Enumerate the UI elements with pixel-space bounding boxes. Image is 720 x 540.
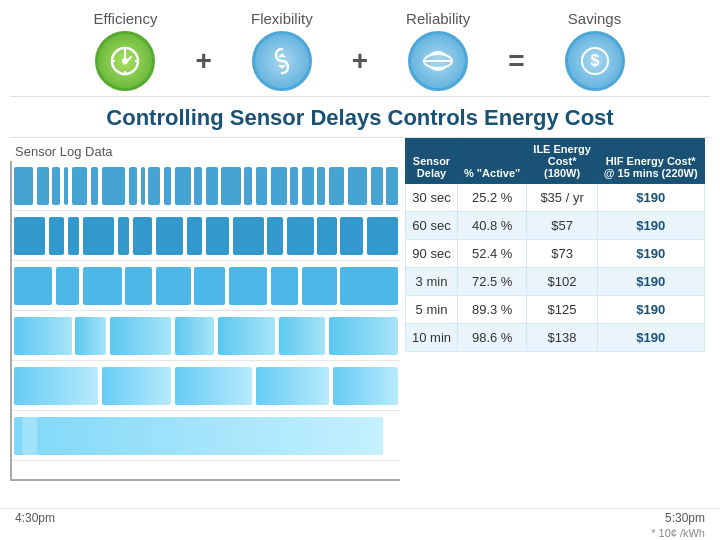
table-wrapper: SensorDelay % "Active" ILE EnergyCost*(1… xyxy=(400,138,710,508)
cell-2-1: 52.4 % xyxy=(458,240,527,268)
table-row: 30 sec25.2 %$35 / yr$190 xyxy=(406,184,705,212)
savings-icon: $ xyxy=(565,31,625,91)
svg-marker-6 xyxy=(278,65,286,69)
cell-4-2: $125 xyxy=(527,296,597,324)
time-end: 5:30pm xyxy=(665,511,705,525)
cell-5-1: 98.6 % xyxy=(458,324,527,352)
savings-label: Savings xyxy=(568,10,621,27)
savings-item: Savings $ xyxy=(535,10,655,91)
flexibility-item: Flexibility xyxy=(222,10,342,91)
cell-0-0: 30 sec xyxy=(406,184,458,212)
efficiency-svg xyxy=(107,43,143,79)
time-start: 4:30pm xyxy=(15,511,55,525)
col-header-delay: SensorDelay xyxy=(406,139,458,184)
sensor-log-title: Sensor Log Data xyxy=(10,138,400,161)
flexibility-svg xyxy=(264,43,300,79)
operator-3: = xyxy=(508,45,524,77)
bar-container-2 xyxy=(14,217,398,255)
table-row: 5 min89.3 %$125$190 xyxy=(406,296,705,324)
col-header-ile: ILE EnergyCost*(180W) xyxy=(527,139,597,184)
flexibility-icon xyxy=(252,31,312,91)
chart-row-2 xyxy=(12,211,400,261)
cell-1-0: 60 sec xyxy=(406,212,458,240)
footnote: * 10¢ /kWh xyxy=(0,527,720,539)
chart-row-1 xyxy=(12,161,400,211)
cell-3-2: $102 xyxy=(527,268,597,296)
cell-3-3: $190 xyxy=(597,268,704,296)
sensor-log-panel: Sensor Log Data xyxy=(10,138,400,508)
cell-4-3: $190 xyxy=(597,296,704,324)
chart-row-5 xyxy=(12,361,400,411)
cell-0-1: 25.2 % xyxy=(458,184,527,212)
chart-row-6 xyxy=(12,411,400,461)
cell-3-0: 3 min xyxy=(406,268,458,296)
bar-container-5 xyxy=(14,367,398,405)
reliability-svg xyxy=(420,43,456,79)
cell-4-0: 5 min xyxy=(406,296,458,324)
content-area: Sensor Log Data xyxy=(0,138,720,508)
efficiency-icon xyxy=(95,31,155,91)
operator-2: + xyxy=(352,45,368,77)
main-title: Controlling Sensor Delays Controls Energ… xyxy=(10,96,710,138)
cell-5-2: $138 xyxy=(527,324,597,352)
col-header-active: % "Active" xyxy=(458,139,527,184)
data-table: SensorDelay % "Active" ILE EnergyCost*(1… xyxy=(405,138,705,352)
sensor-log-chart xyxy=(10,161,400,481)
efficiency-label: Efficiency xyxy=(93,10,157,27)
cell-5-3: $190 xyxy=(597,324,704,352)
reliability-item: Reliability xyxy=(378,10,498,91)
svg-marker-7 xyxy=(278,53,286,57)
flexibility-label: Flexibility xyxy=(251,10,313,27)
cell-2-3: $190 xyxy=(597,240,704,268)
cell-5-0: 10 min xyxy=(406,324,458,352)
svg-text:$: $ xyxy=(590,52,599,69)
cell-2-2: $73 xyxy=(527,240,597,268)
efficiency-item: Efficiency xyxy=(65,10,185,91)
table-row: 3 min72.5 %$102$190 xyxy=(406,268,705,296)
cell-0-3: $190 xyxy=(597,184,704,212)
cell-0-2: $35 / yr xyxy=(527,184,597,212)
cell-1-1: 40.8 % xyxy=(458,212,527,240)
savings-svg: $ xyxy=(577,43,613,79)
table-row: 10 min98.6 %$138$190 xyxy=(406,324,705,352)
header-section: Efficiency + Flexibility + Reliabi xyxy=(0,0,720,96)
reliability-label: Reliability xyxy=(406,10,470,27)
chart-row-4 xyxy=(12,311,400,361)
chart-row-3 xyxy=(12,261,400,311)
bar-container-4 xyxy=(14,317,398,355)
table-row: 60 sec40.8 %$57$190 xyxy=(406,212,705,240)
col-header-hif: HIF Energy Cost*@ 15 mins (220W) xyxy=(597,139,704,184)
cell-4-1: 89.3 % xyxy=(458,296,527,324)
bar-container-1 xyxy=(14,167,398,205)
bar-container-6 xyxy=(14,417,398,455)
bar-container-3 xyxy=(14,267,398,305)
reliability-icon xyxy=(408,31,468,91)
cell-2-0: 90 sec xyxy=(406,240,458,268)
cell-3-1: 72.5 % xyxy=(458,268,527,296)
cell-1-2: $57 xyxy=(527,212,597,240)
cell-1-3: $190 xyxy=(597,212,704,240)
table-row: 90 sec52.4 %$73$190 xyxy=(406,240,705,268)
footer: 4:30pm 5:30pm xyxy=(0,508,720,527)
svg-point-1 xyxy=(122,58,128,64)
operator-1: + xyxy=(195,45,211,77)
